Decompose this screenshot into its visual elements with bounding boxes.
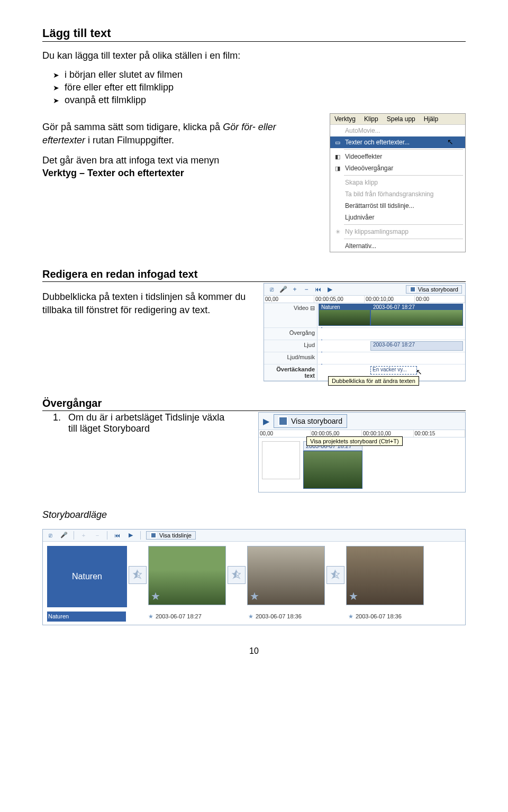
transition-slot[interactable]: ⯪ — [326, 566, 344, 584]
menu-item-videoeffekter[interactable]: ◧Videoeffekter — [330, 151, 465, 162]
star-icon: ★ — [148, 613, 153, 619]
effects-icon: ◧ — [333, 152, 342, 161]
paragraph-2: Gör på samma sätt som tidigare, klicka p… — [42, 121, 319, 147]
star-icon: ★ — [348, 613, 353, 619]
cursor-icon: ↖ — [416, 368, 422, 376]
audio-clip[interactable]: 2003-06-07 18:27 — [370, 341, 463, 351]
star-icon: ⯪ — [330, 569, 341, 581]
menu-item-alternativ[interactable]: Alternativ... — [330, 240, 465, 252]
track-label-video: Video ⊟ — [264, 303, 318, 327]
tooltip-storyboard-shortcut: Visa projektets storyboard (Ctrl+T) — [306, 436, 403, 446]
bullet-item: före eller efter ett filmklipp — [53, 82, 466, 93]
tool-levels-icon[interactable]: ⎚ — [267, 285, 276, 294]
tool-play-icon[interactable]: ▶ — [262, 417, 270, 425]
storyboard-item-2[interactable]: ★ — [148, 546, 226, 605]
tool-rewind-icon[interactable]: ⏮ — [113, 531, 121, 540]
paragraph-3: Det går även bra att infoga text via men… — [42, 154, 319, 180]
verktyg-menu: Verktyg Klipp Spela upp Hjälp AutoMovie.… — [330, 113, 466, 252]
edit-paragraph: Dubbelklicka på texten i tidslinjen så k… — [42, 290, 253, 316]
bullet-item: ovanpå ett filmklipp — [53, 95, 466, 106]
text-clip[interactable]: En vacker vy... — [370, 366, 417, 375]
cursor-icon: ↖ — [447, 138, 453, 146]
storyboard-item-3[interactable]: ★ — [247, 546, 325, 605]
star-icon: ★ — [250, 590, 259, 603]
video-clip-naturen[interactable]: Naturen — [319, 304, 370, 326]
menu-hjalp[interactable]: Hjälp — [420, 114, 442, 124]
track-label-ljudmusik: Ljud/musik — [264, 352, 318, 364]
bullet-list: i början eller slutet av filmen före ell… — [53, 69, 466, 106]
video-thumb[interactable] — [303, 451, 362, 489]
star-icon: ★ — [151, 590, 160, 603]
menu-item-berattarrost[interactable]: Berättarröst till tidslinje... — [330, 200, 465, 212]
folder-icon: ✳ — [333, 227, 342, 236]
visa-storyboard-button[interactable]: Visa storyboard — [406, 285, 462, 294]
page-number: 10 — [42, 646, 466, 656]
star-icon: ⯪ — [231, 569, 242, 581]
tool-zoom-in-icon[interactable]: + — [291, 285, 299, 294]
transitions-icon: ◨ — [333, 164, 342, 172]
timeline-panel: ⎚ 🎤 + − ⏮ ▶ Visa storyboard 00,00 00:00:… — [264, 283, 466, 381]
transition-slot[interactable]: ⯪ — [228, 566, 246, 584]
track-label-overgang: Övergång — [264, 328, 318, 340]
track-label-ljud: Ljud — [264, 340, 318, 352]
tool-levels-icon[interactable]: ⎚ — [46, 531, 55, 540]
transitions-step-text: Om du är i arbetsläget Tidslinje växla t… — [68, 412, 227, 434]
star-icon: ★ — [349, 590, 358, 603]
storyboard-strip: ⎚ 🎤 + − ⏮ ▶ Visa tidslinje Naturen ⯪ ★ ⯪… — [42, 529, 466, 625]
visa-tidslinje-button[interactable]: Visa tidslinje — [146, 531, 196, 540]
menu-item-texter-eftertexter[interactable]: ▭ Texter och eftertexter... ↖ — [330, 136, 465, 148]
bullet-item: i början eller slutet av filmen — [53, 69, 466, 80]
tooltip-dubbelklicka: Dubbelklicka för att ändra texten — [328, 376, 419, 386]
track-label-overtackande-text: Övertäckande text — [264, 364, 318, 380]
tool-rewind-icon[interactable]: ⏮ — [314, 285, 322, 294]
text-icon: ▭ — [333, 138, 342, 147]
tool-zoom-out-icon: − — [93, 531, 102, 540]
transition-slot[interactable]: ⯪ — [129, 566, 147, 584]
menu-item-skapa-klipp[interactable]: Skapa klipp — [330, 177, 465, 188]
storyboard-toggle-panel: ▶ Visa storyboard 00,00 00:00:05,00 00:0… — [258, 412, 466, 492]
tool-zoom-in-icon: + — [79, 531, 88, 540]
menu-item-automovie[interactable]: AutoMovie... — [330, 125, 465, 136]
timeline-icon — [150, 532, 157, 539]
storyboard-icon — [410, 286, 416, 293]
menu-item-ny-klippsamlingsmapp[interactable]: ✳Ny klippsamlingsmapp — [330, 226, 465, 238]
menu-bar: Verktyg Klipp Spela upp Hjälp — [330, 114, 465, 124]
menu-item-ljudnivaer[interactable]: Ljudnivåer — [330, 212, 465, 223]
tool-play-icon[interactable]: ▶ — [126, 531, 135, 540]
star-icon: ★ — [248, 613, 253, 619]
storyboard-caption: ★2003-06-07 18:36 — [347, 612, 426, 622]
storyboard-mode-label: Storyboardläge — [42, 508, 466, 521]
list-number: 1. — [53, 412, 61, 434]
heading-redigera-text: Redigera en redan infogad text — [42, 268, 466, 282]
tool-narrate-icon[interactable]: 🎤 — [279, 285, 287, 294]
heading-overgangar: Övergångar — [42, 397, 466, 411]
visa-storyboard-button-big[interactable]: Visa storyboard — [274, 414, 347, 428]
menu-item-ta-bild[interactable]: Ta bild från förhandsgranskning — [330, 188, 465, 200]
menu-spela-upp[interactable]: Spela upp — [383, 114, 420, 124]
storyboard-caption: Naturen — [47, 612, 126, 622]
storyboard-caption: ★2003-06-07 18:27 — [147, 612, 226, 622]
tool-zoom-out-icon[interactable]: − — [302, 285, 311, 294]
heading-add-text: Lägg till text — [42, 26, 466, 42]
menu-item-videoovergangar[interactable]: ◨Videoövergångar — [330, 162, 465, 174]
storyboard-item-4[interactable]: ★ — [346, 546, 424, 605]
video-clip-2[interactable]: 2003-06-07 18:27 — [370, 304, 463, 326]
timeline-ruler: 00,00 00:00:05,00 00:00:10,00 00:00 — [264, 296, 465, 303]
intro-paragraph: Du kan lägga till texter på olika ställe… — [42, 49, 466, 62]
menu-verktyg[interactable]: Verktyg — [330, 114, 360, 124]
storyboard-caption: ★2003-06-07 18:36 — [247, 612, 326, 622]
star-icon: ⯪ — [132, 569, 143, 581]
storyboard-icon — [278, 416, 288, 426]
menu-klipp[interactable]: Klipp — [360, 114, 383, 124]
tool-narrate-icon[interactable]: 🎤 — [60, 531, 68, 540]
tool-play-icon[interactable]: ▶ — [325, 285, 334, 294]
storyboard-item-naturen[interactable]: Naturen — [47, 546, 127, 607]
